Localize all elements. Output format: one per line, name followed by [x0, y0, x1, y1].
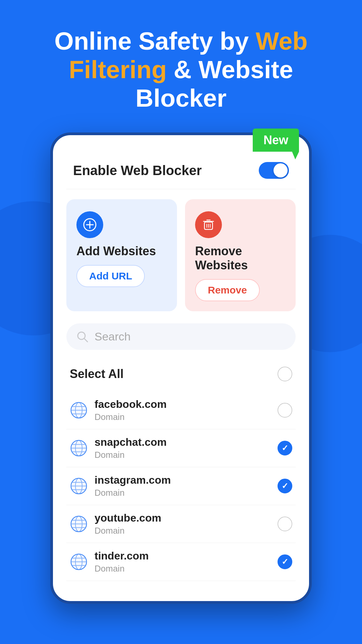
remove-websites-title: Remove Websites [195, 244, 286, 272]
svg-point-34 [71, 516, 86, 532]
list-item-checkbox[interactable] [278, 517, 292, 531]
search-placeholder: Search [95, 330, 131, 343]
svg-point-16 [71, 402, 86, 418]
remove-button[interactable]: Remove [195, 279, 260, 301]
enable-web-blocker-label: Enable Web Blocker [73, 163, 202, 178]
list-header: Select All [66, 360, 296, 388]
svg-line-10 [84, 339, 87, 342]
select-all-label: Select All [70, 367, 124, 381]
phone-wrapper: New Enable Web Blocker Add Websites [0, 132, 362, 604]
list-item-domain: instagram.com [95, 474, 271, 486]
add-url-button[interactable]: Add URL [76, 265, 145, 287]
list-item-info: youtube.com Domain [95, 512, 271, 536]
globe-icon [70, 515, 88, 533]
svg-point-40 [71, 554, 86, 570]
list-item-info: instagram.com Domain [95, 474, 271, 498]
list-item-type: Domain [95, 488, 271, 498]
list-item-info: tinder.com Domain [95, 550, 271, 574]
list-item-domain: snapchat.com [95, 436, 271, 448]
svg-point-22 [71, 440, 86, 456]
globe-icon [70, 553, 88, 571]
svg-point-28 [71, 478, 86, 494]
web-blocker-toggle[interactable] [259, 162, 289, 179]
list-item[interactable]: tinder.com Domain [66, 543, 296, 581]
list-item-type: Domain [95, 450, 271, 460]
globe-icon [70, 477, 88, 495]
add-websites-icon [76, 211, 103, 238]
search-icon [76, 331, 88, 343]
list-item-info: facebook.com Domain [95, 398, 271, 422]
select-all-checkbox[interactable] [278, 367, 292, 381]
enable-web-blocker-row: Enable Web Blocker [66, 152, 296, 189]
list-item-checkbox[interactable] [278, 403, 292, 418]
list-item[interactable]: snapchat.com Domain [66, 429, 296, 467]
search-bar[interactable]: Search [66, 323, 296, 350]
list-item-checkbox[interactable] [278, 554, 292, 569]
list-item-checkbox[interactable] [278, 479, 292, 493]
list-item-domain: youtube.com [95, 512, 271, 524]
toggle-thumb [274, 163, 288, 177]
phone-mockup: New Enable Web Blocker Add Websites [50, 132, 312, 604]
list-item-checkbox[interactable] [278, 441, 292, 455]
list-item[interactable]: instagram.com Domain [66, 467, 296, 505]
list-item-info: snapchat.com Domain [95, 436, 271, 460]
list-item-domain: tinder.com [95, 550, 271, 562]
globe-icon [70, 439, 88, 457]
list-item[interactable]: youtube.com Domain [66, 505, 296, 543]
add-websites-title: Add Websites [76, 244, 167, 258]
list-item-type: Domain [95, 526, 271, 536]
remove-websites-icon [195, 211, 222, 238]
list-item[interactable]: facebook.com Domain [66, 391, 296, 429]
list-item-type: Domain [95, 412, 271, 422]
cards-row: Add Websites Add URL Remove Websites [66, 199, 296, 311]
add-websites-card: Add Websites Add URL [66, 199, 177, 311]
list-item-domain: facebook.com [95, 398, 271, 411]
remove-websites-card: Remove Websites Remove [185, 199, 296, 311]
globe-icon [70, 401, 88, 419]
svg-point-9 [78, 332, 85, 339]
list-item-type: Domain [95, 564, 271, 574]
website-list: facebook.com Domain snapchat.com Domain … [66, 391, 296, 581]
hero-title: Online Safety by Web Filtering & Website… [0, 0, 362, 126]
